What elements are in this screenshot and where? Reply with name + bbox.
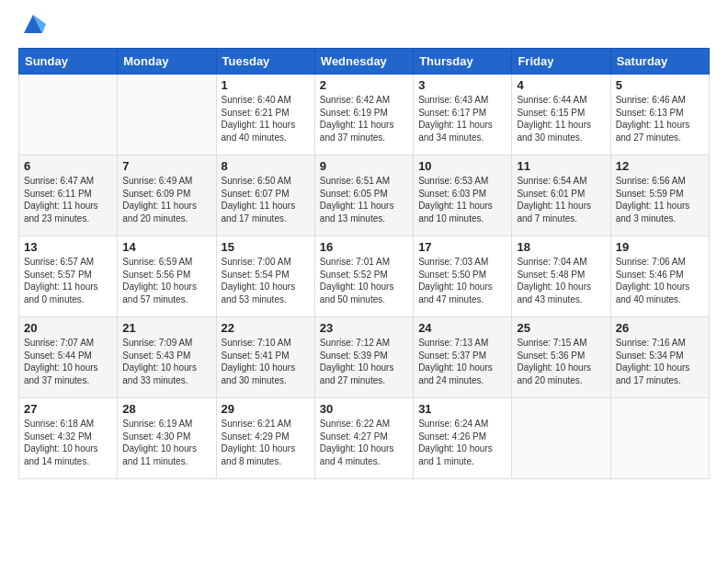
day-detail: Sunrise: 7:07 AMSunset: 5:44 PMDaylight:… xyxy=(24,337,112,386)
day-number: 4 xyxy=(517,78,605,92)
day-detail: Sunrise: 6:57 AMSunset: 5:57 PMDaylight:… xyxy=(24,256,112,305)
day-detail: Sunrise: 7:16 AMSunset: 5:34 PMDaylight:… xyxy=(616,337,704,386)
day-number: 18 xyxy=(517,240,605,254)
calendar-cell: 21Sunrise: 7:09 AMSunset: 5:43 PMDayligh… xyxy=(118,317,216,398)
day-number: 5 xyxy=(616,78,704,92)
calendar-cell: 11Sunrise: 6:54 AMSunset: 6:01 PMDayligh… xyxy=(512,155,610,236)
calendar-cell: 8Sunrise: 6:50 AMSunset: 6:07 PMDaylight… xyxy=(216,155,314,236)
calendar-cell: 9Sunrise: 6:51 AMSunset: 6:05 PMDaylight… xyxy=(314,155,413,236)
day-number: 24 xyxy=(418,321,506,335)
day-number: 26 xyxy=(616,321,704,335)
calendar-cell: 12Sunrise: 6:56 AMSunset: 5:59 PMDayligh… xyxy=(610,155,709,236)
calendar-cell: 26Sunrise: 7:16 AMSunset: 5:34 PMDayligh… xyxy=(610,317,709,398)
day-detail: Sunrise: 6:24 AMSunset: 4:26 PMDaylight:… xyxy=(418,418,506,467)
day-number: 22 xyxy=(222,321,310,335)
day-detail: Sunrise: 6:19 AMSunset: 4:30 PMDaylight:… xyxy=(122,418,210,467)
day-number: 17 xyxy=(418,240,506,254)
day-number: 29 xyxy=(222,402,310,416)
calendar-cell: 15Sunrise: 7:00 AMSunset: 5:54 PMDayligh… xyxy=(216,236,314,317)
day-number: 7 xyxy=(122,159,210,173)
calendar-cell: 18Sunrise: 7:04 AMSunset: 5:48 PMDayligh… xyxy=(512,236,610,317)
calendar-cell xyxy=(19,75,118,155)
calendar-cell: 17Sunrise: 7:03 AMSunset: 5:50 PMDayligh… xyxy=(414,236,512,317)
day-detail: Sunrise: 7:09 AMSunset: 5:43 PMDaylight:… xyxy=(122,337,210,386)
day-detail: Sunrise: 7:13 AMSunset: 5:37 PMDaylight:… xyxy=(418,337,506,386)
calendar-week-row: 13Sunrise: 6:57 AMSunset: 5:57 PMDayligh… xyxy=(19,236,710,317)
day-number: 23 xyxy=(320,321,408,335)
calendar-cell: 27Sunrise: 6:18 AMSunset: 4:32 PMDayligh… xyxy=(19,398,118,479)
day-number: 20 xyxy=(24,321,112,335)
day-number: 13 xyxy=(24,240,112,254)
calendar-cell: 10Sunrise: 6:53 AMSunset: 6:03 PMDayligh… xyxy=(414,155,512,236)
calendar-cell xyxy=(512,398,610,479)
header xyxy=(18,15,710,37)
col-tuesday: Tuesday xyxy=(216,49,314,75)
calendar-table: Sunday Monday Tuesday Wednesday Thursday… xyxy=(18,48,710,479)
day-number: 16 xyxy=(320,240,408,254)
day-number: 25 xyxy=(517,321,605,335)
col-thursday: Thursday xyxy=(414,49,512,75)
calendar-cell: 29Sunrise: 6:21 AMSunset: 4:29 PMDayligh… xyxy=(216,398,314,479)
day-detail: Sunrise: 6:42 AMSunset: 6:19 PMDaylight:… xyxy=(320,94,408,144)
day-number: 27 xyxy=(24,402,112,416)
day-number: 15 xyxy=(222,240,310,254)
day-detail: Sunrise: 6:43 AMSunset: 6:17 PMDaylight:… xyxy=(418,94,506,144)
day-detail: Sunrise: 6:40 AMSunset: 6:21 PMDaylight:… xyxy=(222,94,310,144)
day-detail: Sunrise: 6:54 AMSunset: 6:01 PMDaylight:… xyxy=(517,175,605,224)
day-number: 11 xyxy=(517,159,605,173)
day-detail: Sunrise: 6:59 AMSunset: 5:56 PMDaylight:… xyxy=(122,256,210,305)
day-detail: Sunrise: 7:00 AMSunset: 5:54 PMDaylight:… xyxy=(222,256,310,305)
col-sunday: Sunday xyxy=(19,49,118,75)
day-number: 8 xyxy=(222,159,310,173)
day-number: 2 xyxy=(320,78,408,92)
page: Sunday Monday Tuesday Wednesday Thursday… xyxy=(0,0,728,498)
day-number: 1 xyxy=(222,78,310,92)
calendar-cell: 7Sunrise: 6:49 AMSunset: 6:09 PMDaylight… xyxy=(118,155,216,236)
calendar-cell: 16Sunrise: 7:01 AMSunset: 5:52 PMDayligh… xyxy=(314,236,413,317)
calendar-cell: 4Sunrise: 6:44 AMSunset: 6:15 PMDaylight… xyxy=(512,75,610,155)
calendar-cell: 6Sunrise: 6:47 AMSunset: 6:11 PMDaylight… xyxy=(19,155,118,236)
calendar-cell: 5Sunrise: 6:46 AMSunset: 6:13 PMDaylight… xyxy=(610,75,709,155)
calendar-cell: 28Sunrise: 6:19 AMSunset: 4:30 PMDayligh… xyxy=(118,398,216,479)
day-detail: Sunrise: 7:15 AMSunset: 5:36 PMDaylight:… xyxy=(517,337,605,386)
day-number: 9 xyxy=(320,159,408,173)
calendar-cell: 25Sunrise: 7:15 AMSunset: 5:36 PMDayligh… xyxy=(512,317,610,398)
calendar-cell xyxy=(610,398,709,479)
calendar-cell: 19Sunrise: 7:06 AMSunset: 5:46 PMDayligh… xyxy=(610,236,709,317)
day-detail: Sunrise: 6:53 AMSunset: 6:03 PMDaylight:… xyxy=(418,175,506,224)
calendar-week-row: 1Sunrise: 6:40 AMSunset: 6:21 PMDaylight… xyxy=(19,75,710,155)
day-detail: Sunrise: 7:10 AMSunset: 5:41 PMDaylight:… xyxy=(222,337,310,386)
day-detail: Sunrise: 7:01 AMSunset: 5:52 PMDaylight:… xyxy=(320,256,408,305)
col-friday: Friday xyxy=(512,49,610,75)
day-detail: Sunrise: 6:49 AMSunset: 6:09 PMDaylight:… xyxy=(122,175,210,224)
day-number: 10 xyxy=(418,159,506,173)
day-detail: Sunrise: 6:22 AMSunset: 4:27 PMDaylight:… xyxy=(320,418,408,467)
calendar-week-row: 20Sunrise: 7:07 AMSunset: 5:44 PMDayligh… xyxy=(19,317,710,398)
day-number: 21 xyxy=(122,321,210,335)
logo-icon xyxy=(20,11,46,37)
calendar-week-row: 27Sunrise: 6:18 AMSunset: 4:32 PMDayligh… xyxy=(19,398,710,479)
day-detail: Sunrise: 7:03 AMSunset: 5:50 PMDaylight:… xyxy=(418,256,506,305)
day-number: 30 xyxy=(320,402,408,416)
calendar-cell: 31Sunrise: 6:24 AMSunset: 4:26 PMDayligh… xyxy=(414,398,512,479)
calendar-cell: 3Sunrise: 6:43 AMSunset: 6:17 PMDaylight… xyxy=(414,75,512,155)
calendar-cell: 23Sunrise: 7:12 AMSunset: 5:39 PMDayligh… xyxy=(314,317,413,398)
day-detail: Sunrise: 6:56 AMSunset: 5:59 PMDaylight:… xyxy=(616,175,704,224)
day-detail: Sunrise: 6:21 AMSunset: 4:29 PMDaylight:… xyxy=(222,418,310,467)
calendar-cell: 2Sunrise: 6:42 AMSunset: 6:19 PMDaylight… xyxy=(314,75,413,155)
calendar-cell xyxy=(118,75,216,155)
calendar-header-row: Sunday Monday Tuesday Wednesday Thursday… xyxy=(19,49,710,75)
logo xyxy=(18,15,46,37)
day-detail: Sunrise: 6:18 AMSunset: 4:32 PMDaylight:… xyxy=(24,418,112,467)
col-saturday: Saturday xyxy=(610,49,709,75)
day-number: 14 xyxy=(122,240,210,254)
day-detail: Sunrise: 7:04 AMSunset: 5:48 PMDaylight:… xyxy=(517,256,605,305)
calendar-cell: 30Sunrise: 6:22 AMSunset: 4:27 PMDayligh… xyxy=(314,398,413,479)
calendar-cell: 24Sunrise: 7:13 AMSunset: 5:37 PMDayligh… xyxy=(414,317,512,398)
day-number: 19 xyxy=(616,240,704,254)
day-number: 6 xyxy=(24,159,112,173)
day-number: 28 xyxy=(122,402,210,416)
day-detail: Sunrise: 6:44 AMSunset: 6:15 PMDaylight:… xyxy=(517,94,605,144)
calendar-week-row: 6Sunrise: 6:47 AMSunset: 6:11 PMDaylight… xyxy=(19,155,710,236)
day-detail: Sunrise: 6:47 AMSunset: 6:11 PMDaylight:… xyxy=(24,175,112,224)
